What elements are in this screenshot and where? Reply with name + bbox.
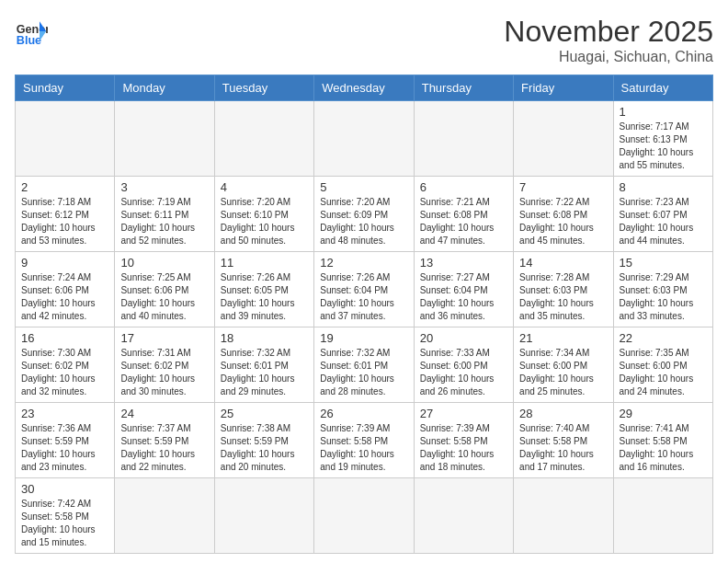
calendar-cell: 16Sunrise: 7:30 AM Sunset: 6:02 PM Dayli… xyxy=(16,327,115,403)
weekday-tuesday: Tuesday xyxy=(214,75,313,101)
calendar-cell: 15Sunrise: 7:29 AM Sunset: 6:03 PM Dayli… xyxy=(613,252,712,327)
day-number: 4 xyxy=(221,180,308,194)
calendar-cell xyxy=(314,101,414,177)
day-info: Sunrise: 7:34 AM Sunset: 6:00 PM Dayligh… xyxy=(519,347,607,398)
calendar-cell: 27Sunrise: 7:39 AM Sunset: 5:58 PM Dayli… xyxy=(414,403,513,478)
day-number: 22 xyxy=(620,331,707,345)
day-number: 13 xyxy=(420,256,507,270)
calendar-cell: 24Sunrise: 7:37 AM Sunset: 5:59 PM Dayli… xyxy=(115,403,214,478)
calendar-cell: 30Sunrise: 7:42 AM Sunset: 5:58 PM Dayli… xyxy=(16,478,115,554)
calendar-cell: 23Sunrise: 7:36 AM Sunset: 5:59 PM Dayli… xyxy=(16,403,115,478)
page-header: General Blue November 2025 Huagai, Sichu… xyxy=(15,15,713,65)
day-number: 17 xyxy=(120,331,208,345)
day-info: Sunrise: 7:42 AM Sunset: 5:58 PM Dayligh… xyxy=(21,498,108,549)
weekday-friday: Friday xyxy=(514,75,613,101)
calendar-cell xyxy=(115,101,214,177)
day-info: Sunrise: 7:19 AM Sunset: 6:11 PM Dayligh… xyxy=(120,196,208,247)
day-number: 2 xyxy=(21,180,108,194)
weekday-saturday: Saturday xyxy=(613,75,712,101)
calendar-cell: 20Sunrise: 7:33 AM Sunset: 6:00 PM Dayli… xyxy=(414,327,513,403)
calendar-cell xyxy=(514,478,613,554)
calendar-cell: 18Sunrise: 7:32 AM Sunset: 6:01 PM Dayli… xyxy=(214,327,313,403)
week-row-5: 23Sunrise: 7:36 AM Sunset: 5:59 PM Dayli… xyxy=(16,403,713,478)
calendar-table: SundayMondayTuesdayWednesdayThursdayFrid… xyxy=(15,75,713,554)
day-number: 29 xyxy=(620,407,707,420)
day-info: Sunrise: 7:20 AM Sunset: 6:10 PM Dayligh… xyxy=(221,196,308,247)
day-number: 7 xyxy=(519,180,607,194)
day-number: 6 xyxy=(420,180,507,194)
week-row-4: 16Sunrise: 7:30 AM Sunset: 6:02 PM Dayli… xyxy=(16,327,713,403)
calendar-cell: 8Sunrise: 7:23 AM Sunset: 6:07 PM Daylig… xyxy=(613,177,712,252)
day-number: 9 xyxy=(21,256,108,270)
weekday-thursday: Thursday xyxy=(414,75,513,101)
day-number: 27 xyxy=(420,407,507,420)
calendar-cell xyxy=(214,101,313,177)
calendar-cell: 25Sunrise: 7:38 AM Sunset: 5:59 PM Dayli… xyxy=(214,403,313,478)
day-info: Sunrise: 7:36 AM Sunset: 5:59 PM Dayligh… xyxy=(21,422,108,474)
calendar-cell: 6Sunrise: 7:21 AM Sunset: 6:08 PM Daylig… xyxy=(414,177,513,252)
day-info: Sunrise: 7:32 AM Sunset: 6:01 PM Dayligh… xyxy=(320,347,407,398)
day-info: Sunrise: 7:25 AM Sunset: 6:06 PM Dayligh… xyxy=(120,271,208,323)
week-row-2: 2Sunrise: 7:18 AM Sunset: 6:12 PM Daylig… xyxy=(16,177,713,252)
day-number: 14 xyxy=(519,256,607,270)
day-number: 15 xyxy=(620,256,707,270)
day-number: 11 xyxy=(221,256,308,270)
calendar-cell: 17Sunrise: 7:31 AM Sunset: 6:02 PM Dayli… xyxy=(115,327,214,403)
calendar-cell: 12Sunrise: 7:26 AM Sunset: 6:04 PM Dayli… xyxy=(314,252,414,327)
logo: General Blue xyxy=(15,15,48,48)
calendar-cell xyxy=(16,101,115,177)
calendar-cell: 11Sunrise: 7:26 AM Sunset: 6:05 PM Dayli… xyxy=(214,252,313,327)
day-info: Sunrise: 7:23 AM Sunset: 6:07 PM Dayligh… xyxy=(620,196,707,247)
weekday-monday: Monday xyxy=(115,75,214,101)
location: Huagai, Sichuan, China xyxy=(504,49,713,65)
calendar-cell xyxy=(414,478,513,554)
calendar-cell: 4Sunrise: 7:20 AM Sunset: 6:10 PM Daylig… xyxy=(214,177,313,252)
calendar-cell: 1Sunrise: 7:17 AM Sunset: 6:13 PM Daylig… xyxy=(613,101,712,177)
day-info: Sunrise: 7:20 AM Sunset: 6:09 PM Dayligh… xyxy=(320,196,407,247)
day-info: Sunrise: 7:24 AM Sunset: 6:06 PM Dayligh… xyxy=(21,271,108,323)
calendar-cell: 2Sunrise: 7:18 AM Sunset: 6:12 PM Daylig… xyxy=(16,177,115,252)
calendar-cell: 29Sunrise: 7:41 AM Sunset: 5:58 PM Dayli… xyxy=(613,403,712,478)
day-info: Sunrise: 7:17 AM Sunset: 6:13 PM Dayligh… xyxy=(620,121,707,172)
day-number: 12 xyxy=(320,256,407,270)
day-info: Sunrise: 7:29 AM Sunset: 6:03 PM Dayligh… xyxy=(620,271,707,323)
day-number: 20 xyxy=(420,331,507,345)
calendar-cell xyxy=(414,101,513,177)
month-title: November 2025 xyxy=(504,15,713,49)
day-number: 18 xyxy=(221,331,308,345)
day-info: Sunrise: 7:35 AM Sunset: 6:00 PM Dayligh… xyxy=(620,347,707,398)
day-info: Sunrise: 7:18 AM Sunset: 6:12 PM Dayligh… xyxy=(21,196,108,247)
calendar-cell: 28Sunrise: 7:40 AM Sunset: 5:58 PM Dayli… xyxy=(514,403,613,478)
calendar-cell: 9Sunrise: 7:24 AM Sunset: 6:06 PM Daylig… xyxy=(16,252,115,327)
day-info: Sunrise: 7:37 AM Sunset: 5:59 PM Dayligh… xyxy=(120,422,208,474)
calendar-cell: 26Sunrise: 7:39 AM Sunset: 5:58 PM Dayli… xyxy=(314,403,414,478)
day-info: Sunrise: 7:39 AM Sunset: 5:58 PM Dayligh… xyxy=(420,422,507,474)
day-number: 24 xyxy=(120,407,208,420)
day-number: 25 xyxy=(221,407,308,420)
calendar-cell: 22Sunrise: 7:35 AM Sunset: 6:00 PM Dayli… xyxy=(613,327,712,403)
calendar-cell xyxy=(314,478,414,554)
calendar-cell xyxy=(514,101,613,177)
day-info: Sunrise: 7:40 AM Sunset: 5:58 PM Dayligh… xyxy=(519,422,607,474)
title-area: November 2025 Huagai, Sichuan, China xyxy=(504,15,713,65)
day-number: 8 xyxy=(620,180,707,194)
day-number: 16 xyxy=(21,331,108,345)
day-info: Sunrise: 7:33 AM Sunset: 6:00 PM Dayligh… xyxy=(420,347,507,398)
calendar-cell xyxy=(613,478,712,554)
week-row-3: 9Sunrise: 7:24 AM Sunset: 6:06 PM Daylig… xyxy=(16,252,713,327)
week-row-6: 30Sunrise: 7:42 AM Sunset: 5:58 PM Dayli… xyxy=(16,478,713,554)
calendar-cell xyxy=(115,478,214,554)
calendar-cell: 14Sunrise: 7:28 AM Sunset: 6:03 PM Dayli… xyxy=(514,252,613,327)
weekday-sunday: Sunday xyxy=(16,75,115,101)
calendar-cell: 13Sunrise: 7:27 AM Sunset: 6:04 PM Dayli… xyxy=(414,252,513,327)
day-number: 5 xyxy=(320,180,407,194)
calendar-cell: 19Sunrise: 7:32 AM Sunset: 6:01 PM Dayli… xyxy=(314,327,414,403)
day-info: Sunrise: 7:22 AM Sunset: 6:08 PM Dayligh… xyxy=(519,196,607,247)
calendar-cell: 7Sunrise: 7:22 AM Sunset: 6:08 PM Daylig… xyxy=(514,177,613,252)
day-info: Sunrise: 7:21 AM Sunset: 6:08 PM Dayligh… xyxy=(420,196,507,247)
day-number: 3 xyxy=(120,180,208,194)
logo-icon: General Blue xyxy=(15,15,48,48)
day-number: 21 xyxy=(519,331,607,345)
svg-text:Blue: Blue xyxy=(17,34,41,47)
week-row-1: 1Sunrise: 7:17 AM Sunset: 6:13 PM Daylig… xyxy=(16,101,713,177)
